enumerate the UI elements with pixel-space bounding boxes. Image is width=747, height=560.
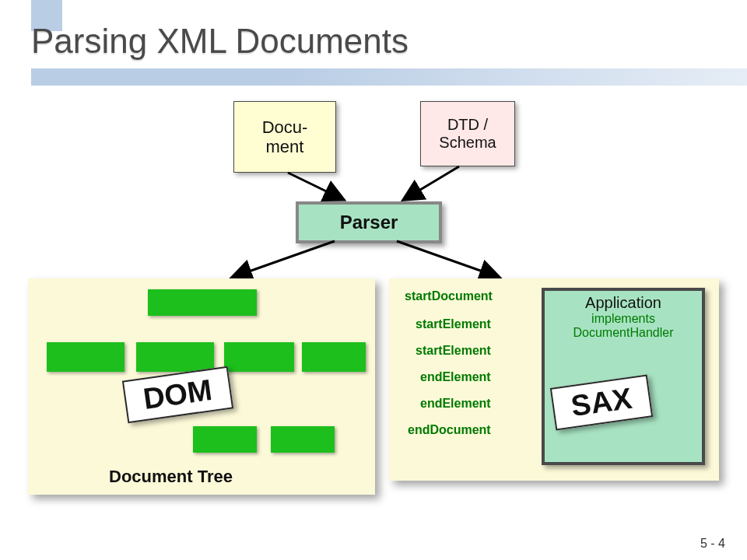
tree-node	[224, 342, 294, 372]
document-tree-label: Document Tree	[109, 467, 233, 487]
slide-title: Parsing XML Documents	[31, 22, 409, 61]
svg-line-0	[288, 173, 342, 199]
event-label: startDocument	[405, 289, 493, 303]
application-subtitle-1: implements	[545, 312, 702, 326]
tree-node	[302, 342, 366, 372]
event-label: startElement	[416, 317, 491, 331]
tree-node	[271, 426, 335, 453]
svg-line-1	[405, 166, 459, 199]
event-label: endElement	[420, 370, 491, 384]
decoration-bar	[31, 68, 747, 86]
tree-node	[136, 342, 214, 372]
document-box: Docu- ment	[233, 101, 336, 173]
application-subtitle-2: DocumentHandler	[545, 326, 702, 340]
svg-line-3	[397, 241, 498, 277]
dtd-schema-box: DTD / Schema	[420, 101, 515, 166]
tree-node	[193, 426, 257, 453]
event-label: endDocument	[408, 423, 491, 437]
parser-box: Parser	[296, 201, 442, 243]
application-box: Application implements DocumentHandler	[542, 288, 705, 465]
svg-line-2	[233, 241, 335, 277]
tree-node	[47, 342, 124, 372]
event-label: startElement	[416, 344, 491, 358]
tree-root-node	[148, 289, 257, 316]
page-number: 5 - 4	[700, 537, 725, 551]
application-title: Application	[545, 294, 702, 312]
event-label: endElement	[420, 397, 491, 411]
